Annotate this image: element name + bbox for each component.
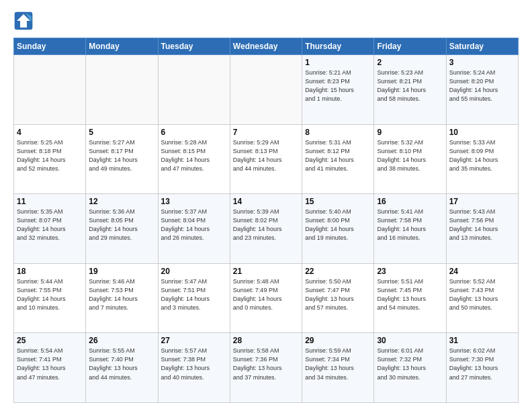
day-info: Sunrise: 5:55 AM Sunset: 7:40 PM Dayligh… (89, 347, 154, 381)
day-info: Sunrise: 5:25 AM Sunset: 8:18 PM Dayligh… (17, 138, 83, 173)
calendar-day-cell: 3Sunrise: 5:24 AM Sunset: 8:20 PM Daylig… (446, 55, 518, 125)
day-info: Sunrise: 5:52 AM Sunset: 7:43 PM Dayligh… (449, 277, 515, 312)
day-number: 10 (449, 128, 515, 137)
calendar-day-cell: 28Sunrise: 5:58 AM Sunset: 7:36 PM Dayli… (230, 333, 302, 403)
calendar-day-cell: 7Sunrise: 5:29 AM Sunset: 8:13 PM Daylig… (230, 124, 302, 194)
day-number: 9 (377, 128, 443, 137)
day-number: 31 (449, 336, 515, 345)
calendar-day-cell: 12Sunrise: 5:36 AM Sunset: 8:05 PM Dayli… (86, 194, 158, 264)
day-info: Sunrise: 5:54 AM Sunset: 7:41 PM Dayligh… (17, 347, 83, 381)
day-number: 8 (305, 128, 371, 137)
day-number: 7 (233, 128, 299, 137)
logo (13, 11, 36, 31)
day-info: Sunrise: 5:48 AM Sunset: 7:49 PM Dayligh… (233, 277, 299, 312)
day-info: Sunrise: 5:41 AM Sunset: 7:58 PM Dayligh… (377, 208, 443, 242)
calendar-week-row: 18Sunrise: 5:44 AM Sunset: 7:55 PM Dayli… (14, 263, 519, 333)
day-number: 13 (161, 197, 227, 206)
day-info: Sunrise: 5:50 AM Sunset: 7:47 PM Dayligh… (305, 277, 371, 312)
day-number: 30 (377, 336, 443, 345)
day-number: 20 (161, 267, 227, 276)
calendar-day-cell: 27Sunrise: 5:57 AM Sunset: 7:38 PM Dayli… (158, 333, 230, 403)
calendar-day-cell: 1Sunrise: 5:21 AM Sunset: 8:23 PM Daylig… (302, 55, 374, 125)
day-number: 12 (89, 197, 154, 206)
day-number: 17 (449, 197, 515, 206)
day-info: Sunrise: 5:29 AM Sunset: 8:13 PM Dayligh… (233, 138, 299, 173)
calendar-day-cell: 30Sunrise: 6:01 AM Sunset: 7:32 PM Dayli… (374, 333, 446, 403)
weekday-header-cell: Sunday (14, 38, 86, 55)
calendar-day-cell: 15Sunrise: 5:40 AM Sunset: 8:00 PM Dayli… (302, 194, 374, 264)
calendar-week-row: 11Sunrise: 5:35 AM Sunset: 8:07 PM Dayli… (14, 194, 519, 264)
calendar-day-cell: 9Sunrise: 5:32 AM Sunset: 8:10 PM Daylig… (374, 124, 446, 194)
day-info: Sunrise: 5:59 AM Sunset: 7:34 PM Dayligh… (305, 347, 371, 381)
day-info: Sunrise: 6:02 AM Sunset: 7:30 PM Dayligh… (449, 347, 515, 381)
calendar-day-cell: 11Sunrise: 5:35 AM Sunset: 8:07 PM Dayli… (14, 194, 86, 264)
day-info: Sunrise: 5:57 AM Sunset: 7:38 PM Dayligh… (161, 347, 227, 381)
weekday-header-cell: Thursday (302, 38, 374, 55)
weekday-header-cell: Saturday (446, 38, 518, 55)
day-info: Sunrise: 5:40 AM Sunset: 8:00 PM Dayligh… (305, 208, 371, 242)
header (13, 11, 519, 31)
weekday-header-cell: Wednesday (230, 38, 302, 55)
day-info: Sunrise: 5:28 AM Sunset: 8:15 PM Dayligh… (161, 138, 227, 173)
calendar-day-cell: 4Sunrise: 5:25 AM Sunset: 8:18 PM Daylig… (14, 124, 86, 194)
calendar-day-cell: 26Sunrise: 5:55 AM Sunset: 7:40 PM Dayli… (86, 333, 158, 403)
day-number: 16 (377, 197, 443, 206)
calendar-day-cell: 20Sunrise: 5:47 AM Sunset: 7:51 PM Dayli… (158, 263, 230, 333)
calendar-week-row: 25Sunrise: 5:54 AM Sunset: 7:41 PM Dayli… (14, 333, 519, 403)
day-number: 18 (17, 267, 83, 276)
calendar-day-cell: 18Sunrise: 5:44 AM Sunset: 7:55 PM Dayli… (14, 263, 86, 333)
day-number: 26 (89, 336, 154, 345)
calendar-day-cell: 31Sunrise: 6:02 AM Sunset: 7:30 PM Dayli… (446, 333, 518, 403)
day-number: 4 (17, 128, 83, 137)
day-info: Sunrise: 5:47 AM Sunset: 7:51 PM Dayligh… (161, 277, 227, 312)
day-number: 2 (377, 58, 443, 67)
page: SundayMondayTuesdayWednesdayThursdayFrid… (0, 0, 532, 411)
day-number: 24 (449, 267, 515, 276)
day-number: 1 (305, 58, 371, 67)
day-number: 23 (377, 267, 443, 276)
day-info: Sunrise: 5:43 AM Sunset: 7:56 PM Dayligh… (449, 208, 515, 242)
day-number: 3 (449, 58, 515, 67)
day-info: Sunrise: 5:21 AM Sunset: 8:23 PM Dayligh… (305, 68, 371, 103)
day-number: 28 (233, 336, 299, 345)
day-info: Sunrise: 5:44 AM Sunset: 7:55 PM Dayligh… (17, 277, 83, 312)
day-number: 15 (305, 197, 371, 206)
day-info: Sunrise: 5:46 AM Sunset: 7:53 PM Dayligh… (89, 277, 154, 312)
day-info: Sunrise: 5:23 AM Sunset: 8:21 PM Dayligh… (377, 68, 443, 103)
weekday-header-cell: Friday (374, 38, 446, 55)
day-number: 21 (233, 267, 299, 276)
calendar-day-cell: 10Sunrise: 5:33 AM Sunset: 8:09 PM Dayli… (446, 124, 518, 194)
day-info: Sunrise: 5:36 AM Sunset: 8:05 PM Dayligh… (89, 208, 154, 242)
calendar-day-cell: 22Sunrise: 5:50 AM Sunset: 7:47 PM Dayli… (302, 263, 374, 333)
calendar-day-cell: 19Sunrise: 5:46 AM Sunset: 7:53 PM Dayli… (86, 263, 158, 333)
day-number: 6 (161, 128, 227, 137)
calendar-week-row: 1Sunrise: 5:21 AM Sunset: 8:23 PM Daylig… (14, 55, 519, 125)
day-number: 27 (161, 336, 227, 345)
calendar-day-cell: 16Sunrise: 5:41 AM Sunset: 7:58 PM Dayli… (374, 194, 446, 264)
logo-icon (13, 11, 34, 31)
day-info: Sunrise: 5:31 AM Sunset: 8:12 PM Dayligh… (305, 138, 371, 173)
weekday-header-row: SundayMondayTuesdayWednesdayThursdayFrid… (14, 38, 519, 55)
calendar-day-cell (230, 55, 302, 125)
day-info: Sunrise: 5:51 AM Sunset: 7:45 PM Dayligh… (377, 277, 443, 312)
day-number: 11 (17, 197, 83, 206)
day-info: Sunrise: 5:27 AM Sunset: 8:17 PM Dayligh… (89, 138, 154, 173)
day-number: 5 (89, 128, 154, 137)
day-info: Sunrise: 5:33 AM Sunset: 8:09 PM Dayligh… (449, 138, 515, 173)
calendar-day-cell: 21Sunrise: 5:48 AM Sunset: 7:49 PM Dayli… (230, 263, 302, 333)
day-number: 19 (89, 267, 154, 276)
calendar-body: 1Sunrise: 5:21 AM Sunset: 8:23 PM Daylig… (14, 55, 519, 403)
calendar-week-row: 4Sunrise: 5:25 AM Sunset: 8:18 PM Daylig… (14, 124, 519, 194)
weekday-header-cell: Monday (86, 38, 158, 55)
calendar-day-cell: 2Sunrise: 5:23 AM Sunset: 8:21 PM Daylig… (374, 55, 446, 125)
calendar-day-cell: 29Sunrise: 5:59 AM Sunset: 7:34 PM Dayli… (302, 333, 374, 403)
day-number: 29 (305, 336, 371, 345)
day-info: Sunrise: 5:24 AM Sunset: 8:20 PM Dayligh… (449, 68, 515, 103)
day-info: Sunrise: 5:35 AM Sunset: 8:07 PM Dayligh… (17, 208, 83, 242)
calendar-day-cell: 13Sunrise: 5:37 AM Sunset: 8:04 PM Dayli… (158, 194, 230, 264)
calendar-table: SundayMondayTuesdayWednesdayThursdayFrid… (13, 38, 519, 403)
weekday-header-cell: Tuesday (158, 38, 230, 55)
day-info: Sunrise: 5:32 AM Sunset: 8:10 PM Dayligh… (377, 138, 443, 173)
day-number: 22 (305, 267, 371, 276)
day-info: Sunrise: 5:37 AM Sunset: 8:04 PM Dayligh… (161, 208, 227, 242)
